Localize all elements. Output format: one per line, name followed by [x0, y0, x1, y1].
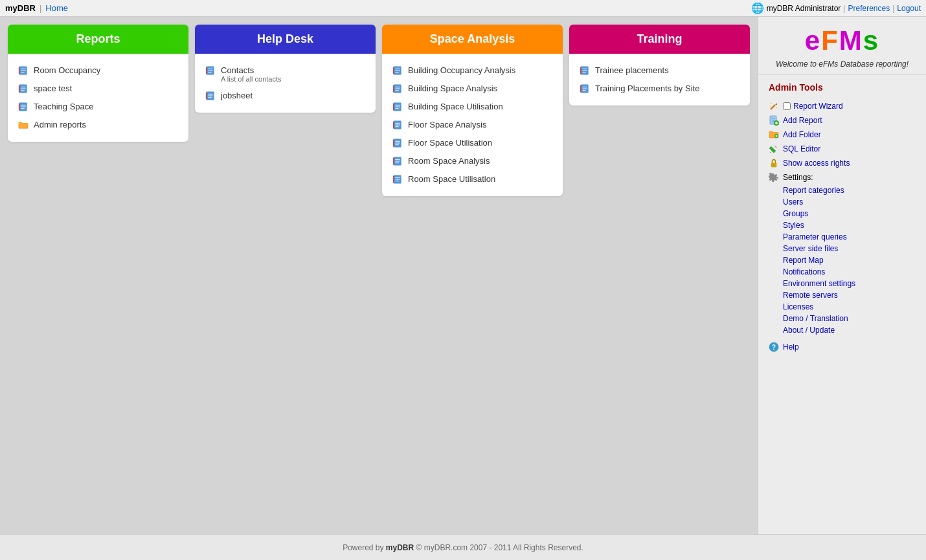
add-report-link[interactable]: Add Report [783, 116, 822, 125]
report-icon [205, 65, 216, 76]
list-item[interactable]: space test [18, 80, 178, 98]
list-item[interactable]: Room Space Utilisation [392, 170, 552, 188]
users-link[interactable]: Users [783, 197, 803, 207]
svg-rect-36 [393, 104, 394, 111]
item-label: Floor Space Analysis [408, 120, 486, 129]
list-item[interactable]: Training Placements by Site [580, 80, 740, 98]
item-label: Building Space Analysis [408, 84, 497, 93]
helpdesk-panel-header: Help Desk [195, 25, 376, 54]
notifications-link[interactable]: Notifications [783, 267, 825, 276]
item-label: Room Space Analysis [408, 156, 490, 166]
item-label: Trainee placements [595, 65, 669, 75]
admin-item-add-folder[interactable]: Add Folder [769, 128, 916, 142]
settings-item-server-side-files[interactable]: Server side files [769, 243, 916, 254]
settings-item-styles[interactable]: Styles [769, 219, 916, 231]
server-side-files-link[interactable]: Server side files [783, 244, 838, 253]
settings-item-report-categories[interactable]: Report categories [769, 185, 916, 196]
report-wizard-checkbox[interactable] [783, 102, 791, 110]
list-item[interactable]: Admin reports [18, 116, 178, 134]
remote-servers-link[interactable]: Remote servers [783, 291, 838, 300]
list-item[interactable]: Room Space Analysis [392, 152, 552, 170]
content-area: Reports Room Occup [0, 17, 758, 534]
settings-item-licenses[interactable]: Licenses [769, 301, 916, 313]
report-icon [580, 65, 590, 76]
svg-point-74 [769, 106, 771, 107]
list-item[interactable]: Building Space Analysis [392, 80, 552, 98]
list-item[interactable]: Room Occupancy [18, 62, 178, 80]
sql-editor-link[interactable]: SQL Editor [783, 144, 820, 153]
licenses-link[interactable]: Licenses [783, 302, 813, 311]
styles-link[interactable]: Styles [783, 221, 804, 230]
show-access-rights-link[interactable]: Show access rights [783, 159, 850, 168]
add-report-icon [769, 115, 779, 126]
svg-point-89 [773, 164, 774, 166]
home-link[interactable]: Home [45, 3, 68, 13]
sidebar: eFMs Welcome to eFMs Database reporting!… [758, 17, 926, 534]
logo-f: F [821, 25, 839, 56]
item-label: Room Space Utilisation [408, 174, 495, 184]
report-icon [392, 84, 403, 94]
report-categories-link[interactable]: Report categories [783, 186, 844, 195]
environment-settings-link[interactable]: Environment settings [783, 279, 855, 288]
settings-item-remote-servers[interactable]: Remote servers [769, 289, 916, 301]
training-panel: Training Trainee placements Training Pla… [569, 25, 750, 106]
admin-item-sql-editor[interactable]: SQL Editor [769, 142, 916, 156]
preferences-link[interactable]: Preferences [848, 4, 890, 13]
list-item[interactable]: Floor Space Analysis [392, 116, 552, 134]
demo-translation-link[interactable]: Demo / Translation [783, 314, 848, 323]
add-folder-link[interactable]: Add Folder [783, 130, 821, 139]
report-map-link[interactable]: Report Map [783, 256, 824, 265]
parameter-queries-link[interactable]: Parameter queries [783, 232, 847, 241]
settings-item-demo-translation[interactable]: Demo / Translation [769, 313, 916, 324]
list-item[interactable]: jobsheet [205, 87, 365, 105]
admin-item-help[interactable]: ? Help [769, 340, 916, 354]
report-icon [392, 65, 403, 76]
svg-rect-11 [19, 104, 20, 111]
admin-item-show-access-rights[interactable]: Show access rights [769, 156, 916, 170]
svg-line-70 [771, 105, 775, 109]
settings-item-groups[interactable]: Groups [769, 208, 916, 219]
efms-logo: eFMs [766, 27, 918, 54]
svg-marker-85 [770, 152, 771, 153]
about-update-link[interactable]: About / Update [783, 326, 835, 335]
logo-e: e [805, 25, 821, 56]
list-item[interactable]: Contacts A list of all contacts [205, 62, 365, 87]
report-icon [392, 120, 403, 130]
training-panel-header: Training [569, 25, 750, 54]
svg-rect-46 [393, 140, 394, 147]
space-analysis-panel-header: Space Analysis [382, 25, 563, 54]
report-icon [392, 102, 403, 112]
svg-rect-6 [19, 85, 20, 93]
settings-item-report-map[interactable]: Report Map [769, 254, 916, 266]
settings-item-about-update[interactable]: About / Update [769, 324, 916, 336]
list-item[interactable]: Building Occupancy Analysis [392, 62, 552, 80]
svg-rect-21 [206, 93, 207, 100]
list-item[interactable]: Floor Space Utilisation [392, 134, 552, 152]
topbar-left: myDBR | Home [5, 3, 68, 13]
list-item[interactable]: Trainee placements [580, 62, 740, 80]
space-analysis-panel: Space Analysis Building Occupancy Analys… [382, 25, 563, 196]
list-item[interactable]: Teaching Space [18, 98, 178, 116]
settings-label: Settings: [783, 173, 813, 182]
settings-item-notifications[interactable]: Notifications [769, 266, 916, 278]
footer-text: Powered by myDBR © myDBR.com 2007 - 2011… [343, 543, 583, 552]
svg-rect-16 [206, 67, 207, 74]
item-label: jobsheet [221, 91, 253, 100]
list-item[interactable]: Building Space Utilisation [392, 98, 552, 116]
settings-item-environment-settings[interactable]: Environment settings [769, 278, 916, 289]
report-icon [205, 91, 216, 101]
svg-rect-31 [393, 85, 394, 93]
admin-item-add-report[interactable]: Add Report [769, 113, 916, 128]
report-wizard-link[interactable]: Report Wizard [793, 102, 843, 111]
report-icon [392, 174, 403, 185]
pencil-icon [769, 144, 779, 154]
reports-panel-header: Reports [8, 25, 188, 54]
settings-item-users[interactable]: Users [769, 196, 916, 208]
folder-icon [18, 120, 28, 130]
admin-item-report-wizard[interactable]: Report Wizard [769, 99, 916, 113]
help-link[interactable]: Help [783, 342, 799, 352]
item-label: Building Occupancy Analysis [408, 65, 515, 75]
groups-link[interactable]: Groups [783, 209, 808, 218]
logout-link[interactable]: Logout [897, 4, 921, 13]
settings-item-parameter-queries[interactable]: Parameter queries [769, 231, 916, 243]
